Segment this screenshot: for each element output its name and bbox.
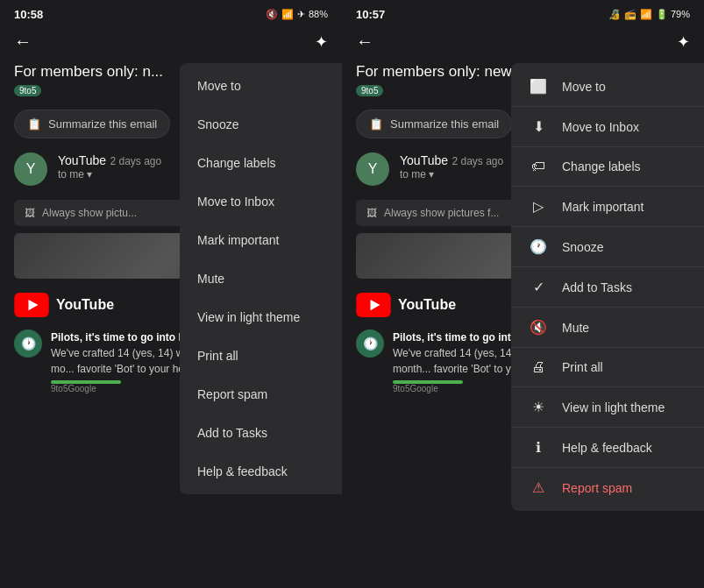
status-icons-left: 🔇 📶 ✈ 88%	[266, 9, 328, 20]
right-menu-mute-label: Mute	[562, 321, 589, 335]
left-panel: 10:58 🔇 📶 ✈ 88% ← ✦ For members only: n.…	[0, 0, 342, 588]
airplane-icon: ✈	[297, 9, 305, 20]
right-menu-print-all-label: Print all	[562, 360, 603, 374]
summarize-button-right[interactable]: 📋 Summarize this email	[356, 110, 512, 138]
body-icon-right: 🕐	[356, 329, 384, 358]
back-button-left[interactable]: ←	[14, 32, 32, 52]
radio-icon: 📻	[624, 9, 636, 20]
menu-item-print-all[interactable]: Print all	[180, 337, 342, 375]
avatar-right: Y	[356, 152, 389, 186]
light-theme-icon: ☀	[529, 399, 548, 415]
important-icon: ▷	[529, 198, 548, 215]
sparkle-button-right[interactable]: ✦	[677, 32, 690, 52]
time-left: 10:58	[14, 8, 43, 21]
right-menu-mute[interactable]: 🔇 Mute	[511, 308, 704, 348]
right-menu-move-to-label: Move to	[562, 80, 606, 94]
email-header-left: ← ✦	[0, 25, 342, 59]
battery-left: 88%	[309, 9, 328, 19]
lock-icon: 🔏	[608, 9, 621, 20]
label-badge-right: 9to5	[356, 85, 383, 96]
yt-text-right: YouTube	[398, 297, 456, 313]
sparkle-button-left[interactable]: ✦	[315, 32, 328, 52]
status-bar-right: 10:57 🔏 📻 📶 🔋 79%	[342, 0, 704, 25]
right-menu-move-to[interactable]: ⬜ Move to	[511, 67, 704, 107]
menu-item-mark-important[interactable]: Mark important	[180, 221, 342, 259]
right-menu-help[interactable]: ℹ Help & feedback	[511, 428, 704, 468]
menu-item-report-spam[interactable]: Report spam	[180, 375, 342, 414]
tasks-icon: ✓	[529, 279, 548, 295]
menu-item-move-inbox[interactable]: Move to Inbox	[180, 182, 342, 221]
email-header-right: ← ✦	[342, 25, 704, 59]
right-menu-move-inbox[interactable]: ⬇ Move to Inbox	[511, 107, 704, 147]
right-menu-print-all[interactable]: 🖨 Print all	[511, 348, 704, 387]
snooze-icon: 🕐	[529, 238, 548, 255]
menu-item-move-to[interactable]: Move to	[180, 67, 342, 105]
help-icon: ℹ	[529, 439, 548, 456]
body-icon-left: 🕐	[14, 329, 42, 358]
image-icon-left: 🖼	[25, 207, 35, 219]
right-menu-snooze[interactable]: 🕐 Snooze	[511, 227, 704, 267]
sender-name-left: YouTube	[58, 153, 106, 167]
wifi-icon: 📶	[281, 9, 294, 20]
status-bar-left: 10:58 🔇 📶 ✈ 88%	[0, 0, 342, 25]
right-menu-change-labels-label: Change labels	[562, 159, 641, 174]
right-menu-add-tasks[interactable]: ✓ Add to Tasks	[511, 267, 704, 308]
battery-right: 🔋 79%	[656, 9, 690, 20]
right-menu-add-tasks-label: Add to Tasks	[562, 280, 632, 294]
summarize-label-left: Summarize this email	[48, 117, 157, 131]
menu-item-help[interactable]: Help & feedback	[180, 452, 342, 491]
summarize-label-right: Summarize this email	[390, 117, 499, 131]
move-to-icon: ⬜	[529, 78, 548, 95]
dropdown-menu-right: ⬜ Move to ⬇ Move to Inbox 🏷 Change label…	[511, 63, 704, 511]
chevron-down-icon: ▾	[87, 168, 92, 181]
label-badge-left: 9to5	[14, 85, 41, 96]
chevron-down-icon-right: ▾	[429, 168, 434, 181]
right-menu-snooze-label: Snooze	[562, 240, 603, 254]
mute-icon: 🔇	[266, 9, 278, 20]
print-icon: 🖨	[529, 359, 548, 375]
menu-item-add-tasks[interactable]: Add to Tasks	[180, 414, 342, 452]
mute-icon-right: 🔇	[529, 319, 548, 336]
image-icon-right: 🖼	[366, 207, 377, 219]
right-menu-mark-important-label: Mark important	[562, 200, 644, 214]
sender-time-right: 2 days ago	[452, 155, 503, 167]
clock-icon-right: 🕐	[363, 337, 378, 351]
sender-name-right: YouTube	[400, 153, 448, 167]
right-menu-view-light[interactable]: ☀ View in light theme	[511, 387, 704, 428]
time-right: 10:57	[356, 8, 385, 21]
clock-icon-left: 🕐	[21, 337, 36, 351]
dropdown-menu-left: Move to Snooze Change labels Move to Inb…	[180, 63, 342, 494]
right-menu-move-inbox-label: Move to Inbox	[562, 120, 639, 134]
inbox-icon: ⬇	[529, 118, 548, 135]
spam-icon: ⚠	[529, 479, 548, 496]
right-menu-view-light-label: View in light theme	[562, 400, 665, 414]
menu-item-mute[interactable]: Mute	[180, 259, 342, 298]
avatar-left: Y	[14, 152, 47, 186]
right-menu-help-label: Help & feedback	[562, 441, 652, 455]
right-menu-report-spam[interactable]: ⚠ Report spam	[511, 468, 704, 507]
summarize-icon-left: 📋	[27, 117, 41, 131]
menu-item-view-light[interactable]: View in light theme	[180, 298, 342, 337]
summarize-button-left[interactable]: 📋 Summarize this email	[14, 110, 170, 138]
youtube-logo-icon-left	[14, 293, 49, 317]
status-icons-right: 🔏 📻 📶 🔋 79%	[608, 9, 690, 20]
back-button-right[interactable]: ←	[356, 32, 373, 52]
menu-item-snooze[interactable]: Snooze	[180, 105, 342, 144]
sender-time-left: 2 days ago	[110, 155, 161, 167]
right-menu-mark-important[interactable]: ▷ Mark important	[511, 187, 704, 227]
menu-item-change-labels[interactable]: Change labels	[180, 144, 342, 182]
right-panel: 10:57 🔏 📻 📶 🔋 79% ← ✦ For members only: …	[342, 0, 704, 588]
right-menu-spam-label: Report spam	[562, 481, 632, 495]
summarize-icon-right: 📋	[369, 117, 383, 131]
right-menu-change-labels[interactable]: 🏷 Change labels	[511, 147, 704, 187]
yt-text-left: YouTube	[56, 297, 114, 313]
wifi-icon-right: 📶	[640, 9, 652, 20]
youtube-logo-icon-right	[356, 293, 391, 317]
labels-icon: 🏷	[529, 159, 548, 174]
